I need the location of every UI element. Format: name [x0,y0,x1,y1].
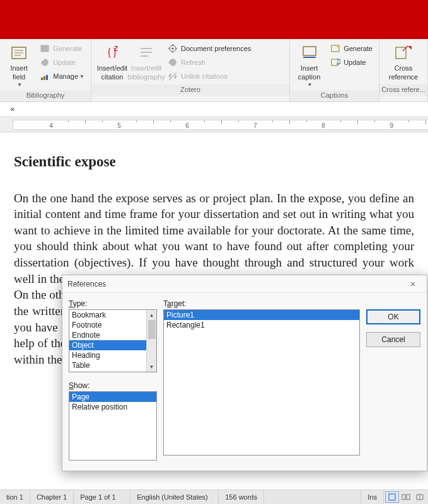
citation-icon: {}Z [102,43,122,63]
chevron-down-icon: ▼ [17,82,22,88]
insert-citation-label: Insert/editcitation [97,64,127,82]
list-item[interactable]: Footnote [69,320,146,330]
manage-button[interactable]: Manage ▼ [37,69,87,83]
list-item[interactable]: Table [69,360,146,370]
document-heading: Scientific expose [14,154,414,170]
ribbon-group-crossref-label: Cross refere... [379,84,427,96]
caption-generate-button[interactable]: Generate [327,42,375,55]
refresh-label: Refresh [181,59,205,66]
target-listbox[interactable]: Picture1Rectangle1 [163,309,360,455]
update-button[interactable]: Update [37,55,87,69]
view-multi-button[interactable] [399,491,413,503]
close-icon[interactable]: × [404,279,422,289]
view-mode-buttons [384,490,428,504]
view-book-button[interactable] [413,491,427,503]
svg-rect-4 [41,45,49,52]
dialog-title: References [67,280,106,289]
field-icon [9,43,29,63]
show-label: Show: [69,381,157,390]
cancel-button[interactable]: Cancel [366,332,420,347]
insert-field-button[interactable]: Insertfield ▼ [4,42,34,89]
caption-update-label: Update [344,59,366,66]
chevron-down-icon: ▼ [79,74,84,79]
status-language[interactable]: English (United States) [130,490,219,504]
ribbon-group-captions-label: Captions [290,90,379,101]
svg-text:Z: Z [114,45,118,52]
type-listbox[interactable]: BookmarkFootnoteEndnoteObjectHeadingTabl… [69,309,157,372]
ribbon-group-captions: Insertcaption ▼ Generate Update Captions [290,39,379,101]
manage-icon [39,71,50,82]
ruler-tick-label: 5 [117,122,121,129]
svg-rect-33 [402,495,405,500]
generate-label: Generate [53,45,82,52]
cancel-label: Cancel [381,335,405,344]
pages-icon [402,493,410,501]
page-icon [388,493,396,501]
svg-line-31 [403,46,408,51]
scroll-thumb[interactable] [148,320,156,339]
generate-icon [330,43,341,54]
list-item[interactable]: Rectangle1 [164,320,359,330]
svg-marker-27 [337,46,340,49]
title-bar [0,0,428,39]
status-page[interactable]: Page 1 of 1 [74,490,130,504]
ruler-tick-label: 6 [185,122,189,129]
refresh-icon [167,57,178,68]
ribbon-group-zotero: {}Z Insert/editcitation Insert/editbibli… [91,39,290,101]
refresh-button[interactable]: Refresh [165,55,253,69]
ribbon-group-zotero-label: Zotero [91,84,289,96]
scroll-up-icon[interactable]: ▲ [147,310,156,320]
ruler-tick-label: 8 [321,122,325,129]
update-label: Update [53,59,75,66]
doc-prefs-button[interactable]: Document preferences [165,42,253,55]
generate-icon [39,43,50,54]
ok-label: OK [388,312,398,321]
svg-rect-32 [389,494,395,500]
bibliography-icon [136,43,156,63]
ribbon-group-crossref: Crossreference Cross refere... [379,39,428,101]
svg-rect-9 [43,76,45,80]
status-insert-mode[interactable]: Ins [361,490,384,504]
show-listbox[interactable]: PageRelative position [69,391,157,461]
status-wordcount[interactable]: 156 words [219,490,264,504]
insert-citation-button[interactable]: {}Z Insert/editcitation [95,42,129,83]
svg-rect-8 [41,77,43,80]
dialog-titlebar[interactable]: References × [62,275,427,293]
scroll-down-icon[interactable]: ▼ [147,362,156,372]
list-item[interactable]: Heading [69,350,146,360]
list-item[interactable]: Page [69,392,156,402]
ruler-tick-label: 7 [253,122,257,129]
unlink-button[interactable]: Unlink citations [165,69,253,83]
view-normal-button[interactable] [385,491,399,503]
list-item[interactable]: Relative position [69,402,156,412]
ruler-inner: 45678910 [13,120,428,130]
insert-caption-label: Insertcaption [298,64,320,82]
references-dialog: References × Type: BookmarkFootnoteEndno… [62,275,427,471]
update-icon [330,57,341,68]
list-item[interactable]: Object [69,340,146,350]
status-chapter[interactable]: Chapter 1 [30,490,74,504]
close-icon[interactable]: × [10,105,15,114]
ribbon-group-bibliography-label: Bibliography [0,90,91,101]
ruler-tick-label: 9 [390,122,393,129]
chevron-down-icon: ▼ [308,82,313,88]
ruler[interactable]: 45678910 [0,117,428,132]
ok-button[interactable]: OK [366,309,420,324]
tab-strip: × [0,102,428,117]
cross-reference-button[interactable]: Crossreference [383,42,424,83]
insert-caption-button[interactable]: Insertcaption ▼ [294,42,325,89]
list-item[interactable]: Bookmark [69,310,146,320]
list-item[interactable]: Picture1 [164,310,359,320]
scrollbar[interactable]: ▲ ▼ [146,310,156,372]
svg-point-17 [172,48,174,50]
caption-update-button[interactable]: Update [327,55,375,69]
insert-bibliography-button[interactable]: Insert/editbibliography [129,42,163,83]
list-item[interactable]: Endnote [69,330,146,340]
svg-rect-28 [332,59,338,66]
generate-button[interactable]: Generate [37,42,87,55]
list-item[interactable]: Figure [69,370,146,372]
svg-rect-24 [303,47,316,55]
update-icon [39,57,50,68]
status-section[interactable]: tion 1 [0,490,30,504]
insert-field-label: Insertfield [10,64,28,82]
